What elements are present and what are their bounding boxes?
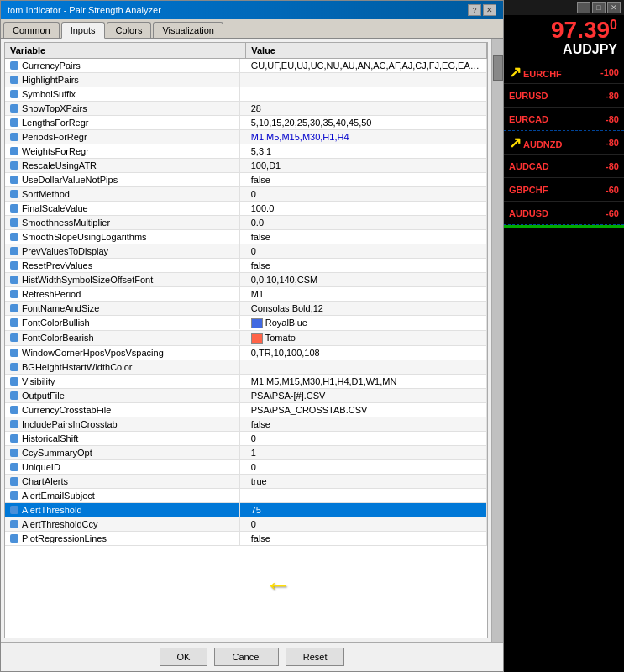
variable-value[interactable]: false xyxy=(246,417,487,432)
variable-value[interactable]: 5,10,15,20,25,30,35,40,45,50 xyxy=(246,116,487,130)
table-row[interactable]: IncludePairsInCrosstab xyxy=(5,417,240,431)
table-row[interactable]: SortMethod xyxy=(5,187,240,201)
variable-value[interactable]: PSA\PSA_CROSSTAB.CSV xyxy=(246,403,487,417)
variable-value[interactable]: PSA\PSA-[#].CSV xyxy=(246,389,487,403)
variable-value[interactable]: 100,D1 xyxy=(246,159,487,173)
pair-name: EURCHF xyxy=(523,69,562,79)
variable-value[interactable]: 100.0 xyxy=(246,202,487,216)
variable-value[interactable]: 0 xyxy=(246,432,487,446)
row-icon xyxy=(10,406,18,414)
params-table-container[interactable]: Variable Value CurrencyPairsGU,UF,EU,UJ,… xyxy=(4,42,488,638)
table-row[interactable]: RefreshPeriod xyxy=(5,287,240,301)
table-row[interactable]: FontColorBearish xyxy=(5,331,240,344)
variable-value[interactable] xyxy=(246,360,487,375)
variable-value[interactable] xyxy=(246,73,487,87)
arrow-icon: ↗ xyxy=(509,64,522,81)
row-icon xyxy=(10,506,18,514)
pair-label: EURCAD xyxy=(509,114,548,124)
variable-value[interactable] xyxy=(246,87,487,102)
row-icon xyxy=(10,147,18,155)
table-row[interactable]: UseDollarValueNotPips xyxy=(5,173,240,186)
variable-value[interactable]: 1 xyxy=(246,446,487,460)
variable-value[interactable]: M1 xyxy=(246,287,487,302)
close-button[interactable]: ✕ xyxy=(483,4,496,16)
table-row[interactable]: AlertThreshold xyxy=(5,503,240,517)
table-row[interactable]: ChartAlerts xyxy=(5,475,240,488)
scrollbar[interactable] xyxy=(491,39,503,642)
table-row[interactable]: FinalScaleValue xyxy=(5,202,240,215)
row-icon xyxy=(10,318,18,327)
minimize-button[interactable]: – xyxy=(577,2,590,13)
variable-value[interactable]: false xyxy=(246,532,487,546)
variable-value[interactable]: 0 xyxy=(246,187,487,202)
table-row[interactable]: HighlightPairs xyxy=(5,73,240,87)
cancel-button[interactable]: Cancel xyxy=(214,648,278,666)
variable-value[interactable]: 28 xyxy=(246,102,487,116)
table-row[interactable]: PrevValuesToDisplay xyxy=(5,244,240,258)
maximize-button[interactable]: □ xyxy=(592,2,606,13)
row-icon xyxy=(10,176,18,184)
value-text: Consolas Bold,12 xyxy=(251,303,323,313)
variable-value[interactable]: false xyxy=(246,259,487,273)
tab-colors[interactable]: Colors xyxy=(107,22,152,38)
variable-value[interactable]: GU,UF,EU,UJ,UC,NU,AU,AN,AC,AF,AJ,CJ,FJ,E… xyxy=(246,59,487,73)
row-icon xyxy=(10,449,18,457)
right-trading-panel: – □ ✕ 97.390 AUDJPY ↗EURCHF-100EURUSD-80… xyxy=(504,0,624,672)
variable-value[interactable]: 0,TR,10,100,108 xyxy=(246,346,487,360)
table-row[interactable]: OutputFile xyxy=(5,389,240,402)
table-row[interactable]: FontColorBullish xyxy=(5,316,240,329)
table-row[interactable]: SmoothSlopeUsingLogarithms xyxy=(5,230,240,244)
table-row[interactable]: FontNameAndSize xyxy=(5,302,240,315)
reset-button[interactable]: Reset xyxy=(286,648,345,666)
row-icon xyxy=(10,477,18,486)
variable-value[interactable]: 0,0,10,140,CSM xyxy=(246,273,487,287)
table-row[interactable]: ShowTopXPairs xyxy=(5,102,240,115)
ok-button[interactable]: OK xyxy=(160,648,208,666)
table-row[interactable]: HistoricalShift xyxy=(5,432,240,445)
row-icon xyxy=(10,363,18,371)
value-text: GU,UF,EU,UJ,UC,NU,AU,AN,AC,AF,AJ,CJ,FJ,E… xyxy=(251,60,487,71)
table-row[interactable]: WeightsForRegr xyxy=(5,144,240,158)
variable-value[interactable]: 0 xyxy=(246,517,487,532)
table-row[interactable]: Visibility xyxy=(5,375,240,388)
table-row[interactable]: ResetPrevValues xyxy=(5,259,240,272)
table-row[interactable]: SymbolSuffix xyxy=(5,87,240,101)
variable-value[interactable]: M1,M5,M15,M30,H1,H4,D1,W1,MN xyxy=(246,375,487,389)
variable-value[interactable]: 5,3,1 xyxy=(246,144,487,159)
help-button[interactable]: ? xyxy=(468,4,481,16)
table-row[interactable]: AlertThresholdCcy xyxy=(5,517,240,531)
table-row[interactable]: PeriodsForRegr xyxy=(5,130,240,144)
variable-name: AlertEmailSubject xyxy=(22,491,95,501)
right-panel-header: – □ ✕ xyxy=(504,0,624,15)
variable-value[interactable]: true xyxy=(246,475,487,489)
variable-value[interactable]: false xyxy=(246,230,487,244)
variable-value[interactable]: 0 xyxy=(246,244,487,259)
table-row[interactable]: UniqueID xyxy=(5,460,240,474)
variable-value[interactable]: Consolas Bold,12 xyxy=(246,302,487,316)
variable-value[interactable]: M1,M5,M15,M30,H1,H4 xyxy=(246,130,487,144)
variable-value[interactable]: 75 xyxy=(246,503,487,517)
variable-value[interactable]: false xyxy=(246,173,487,187)
table-row[interactable]: CcySummaryOpt xyxy=(5,446,240,459)
variable-name: CurrencyCrosstabFile xyxy=(22,405,111,415)
variable-value[interactable]: Tomato xyxy=(246,331,487,346)
table-row[interactable]: HistWidthSymbolSizeOffsetFont xyxy=(5,273,240,286)
table-row[interactable]: PlotRegressionLines xyxy=(5,532,240,545)
table-row[interactable]: LengthsForRegr xyxy=(5,116,240,129)
tab-visualization[interactable]: Visualization xyxy=(153,22,223,38)
table-row[interactable]: CurrencyCrosstabFile xyxy=(5,403,240,417)
table-row[interactable]: WindowCornerHposVposVspacing xyxy=(5,346,240,360)
variable-value[interactable]: RoyalBlue xyxy=(246,316,487,331)
tab-common[interactable]: Common xyxy=(3,22,60,38)
table-row[interactable]: CurrencyPairs xyxy=(5,59,240,72)
table-row[interactable]: AlertEmailSubject xyxy=(5,489,240,502)
table-row[interactable]: RescaleUsingATR xyxy=(5,159,240,172)
tab-inputs[interactable]: Inputs xyxy=(61,22,105,39)
variable-value[interactable]: 0.0 xyxy=(246,216,487,230)
variable-value[interactable]: 0 xyxy=(246,460,487,475)
scroll-thumb[interactable] xyxy=(493,55,503,81)
table-row[interactable]: SmoothnessMultiplier xyxy=(5,216,240,229)
table-row[interactable]: BGHeightHstartWidthColor xyxy=(5,360,240,374)
close-panel-button[interactable]: ✕ xyxy=(607,2,621,13)
variable-value[interactable] xyxy=(246,489,487,503)
